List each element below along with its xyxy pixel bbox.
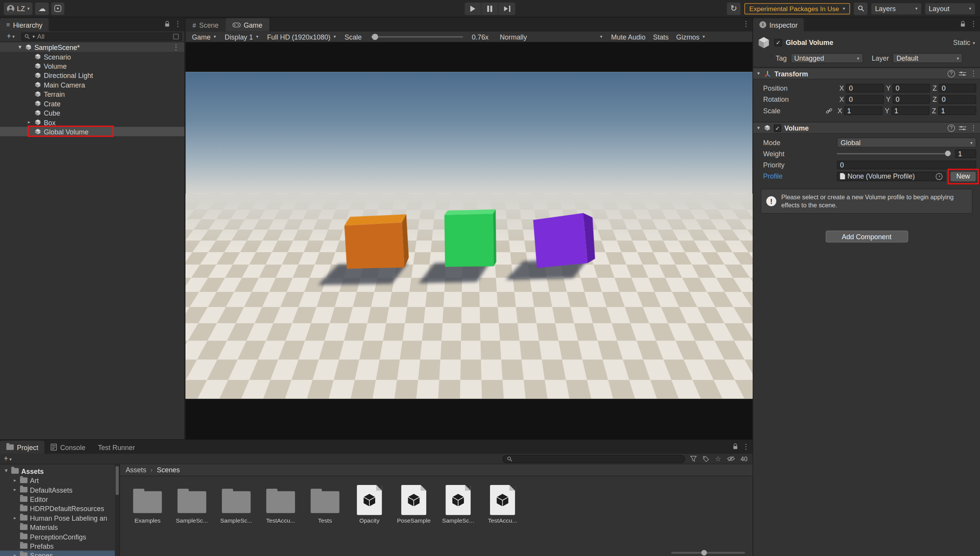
add-component-button[interactable]: Add Component — [825, 231, 908, 243]
scale-y-field[interactable]: 1 — [891, 106, 930, 115]
resolution-dropdown[interactable]: Full HD (1920x1080)▾ — [263, 31, 341, 42]
hierarchy-item-main-camera[interactable]: Main Camera — [0, 80, 184, 89]
hierarchy-item-terrain[interactable]: Terrain — [0, 89, 184, 99]
tab-hierarchy[interactable]: ≡ Hierarchy — [0, 18, 49, 31]
weight-field[interactable]: 1 — [955, 149, 976, 158]
hierarchy-item-box[interactable]: ▸Box — [0, 117, 184, 127]
tree-item-assets[interactable]: ▼ Assets — [0, 466, 115, 475]
chevron-right-icon[interactable]: ▸ — [26, 119, 32, 125]
chevron-right-icon[interactable]: ▸ — [13, 487, 18, 493]
tree-item-scenes[interactable]: ▸Scenes — [0, 551, 115, 556]
breadcrumb-current[interactable]: Scenes — [157, 466, 180, 474]
experimental-packages-button[interactable]: Experimental Packages In Use ▾ — [744, 3, 850, 14]
label-tag-icon[interactable] — [702, 455, 709, 462]
volume-enabled-checkbox[interactable]: ✓ — [774, 124, 781, 132]
kebab-menu-icon[interactable]: ⋮ — [743, 443, 750, 450]
play-button[interactable] — [465, 3, 482, 15]
mode-dropdown[interactable]: Global ▾ — [837, 137, 976, 147]
tree-item-prefabs[interactable]: Prefabs — [0, 541, 115, 551]
lock-icon[interactable] — [164, 21, 170, 28]
asset-folder-testaccu[interactable]: TestAccu... — [261, 483, 300, 524]
help-icon[interactable]: ? — [947, 70, 955, 77]
position-z-field[interactable]: 0 — [939, 84, 976, 93]
tab-game[interactable]: Game — [225, 18, 269, 31]
object-picker-icon[interactable] — [936, 173, 943, 180]
asset-folder-samplesc-2[interactable]: SampleSc... — [217, 483, 256, 524]
stats-toggle[interactable]: Stats — [649, 33, 672, 40]
breadcrumb-root[interactable]: Assets — [126, 466, 146, 474]
layout-dropdown[interactable]: Layout ▾ — [925, 3, 975, 14]
kebab-menu-icon[interactable]: ⋮ — [172, 44, 179, 51]
services-button[interactable] — [51, 2, 65, 15]
hierarchy-item-cube[interactable]: Cube — [0, 108, 184, 117]
weight-slider-knob[interactable] — [945, 151, 951, 156]
position-x-field[interactable]: 0 — [846, 84, 884, 93]
kebab-menu-icon[interactable]: ⋮ — [970, 70, 977, 77]
weight-slider[interactable] — [837, 153, 951, 154]
gameobject-name[interactable]: Global Volume — [786, 39, 949, 46]
scale-z-field[interactable]: 1 — [938, 106, 977, 115]
step-button[interactable] — [498, 3, 515, 15]
volume-component-header[interactable]: ▼ ✓ Volume ? ⋮ — [753, 122, 980, 134]
mute-audio-toggle[interactable]: Mute Audio — [608, 33, 649, 40]
new-profile-button[interactable]: New — [950, 171, 976, 182]
lock-icon[interactable] — [960, 21, 966, 28]
tab-project[interactable]: Project — [0, 440, 45, 453]
hierarchy-search-input[interactable]: ▾ All — [21, 32, 182, 40]
foldout-expanded-icon[interactable]: ▼ — [756, 71, 760, 76]
static-dropdown[interactable]: Static ▾ — [953, 39, 975, 46]
active-checkbox[interactable]: ✓ — [775, 39, 782, 46]
search-filter-icon[interactable] — [173, 33, 179, 39]
zoom-slider-knob[interactable] — [701, 550, 707, 556]
hierarchy-item-volume[interactable]: Volume — [0, 61, 184, 71]
position-y-field[interactable]: 0 — [892, 84, 930, 93]
tree-item-materials[interactable]: Materials — [0, 523, 115, 532]
kebab-menu-icon[interactable]: ⋮ — [970, 21, 977, 28]
kebab-menu-icon[interactable]: ⋮ — [743, 21, 750, 28]
profile-object-field[interactable]: None (Volume Profile) — [837, 172, 945, 181]
hierarchy-item-global-volume[interactable]: Global Volume — [0, 127, 184, 136]
foldout-expanded-icon[interactable]: ▼ — [756, 126, 760, 130]
hierarchy-item-crate[interactable]: Crate — [0, 99, 184, 108]
tree-scrollbar[interactable] — [115, 464, 119, 556]
scrollbar-thumb[interactable] — [116, 466, 119, 495]
chevron-right-icon[interactable]: ▸ — [13, 553, 18, 556]
tree-item-defaultassets[interactable]: ▸DefaultAssets — [0, 485, 115, 494]
chevron-right-icon[interactable]: ▸ — [13, 477, 18, 483]
scale-slider-knob[interactable] — [372, 33, 378, 40]
project-search-input[interactable] — [503, 455, 685, 463]
asset-scene-samplesc[interactable]: SampleSc... — [439, 483, 478, 524]
chevron-expanded-icon[interactable]: ▼ — [18, 45, 23, 50]
tab-inspector[interactable]: i Inspector — [753, 18, 804, 31]
rotation-y-field[interactable]: 0 — [892, 95, 930, 104]
search-button[interactable] — [854, 2, 867, 15]
priority-field[interactable]: 0 — [837, 161, 976, 169]
tree-item-art[interactable]: ▸Art — [0, 476, 115, 485]
rotation-x-field[interactable]: 0 — [846, 95, 884, 104]
play-mode-dropdown[interactable]: Normally▾ — [496, 31, 608, 42]
chevron-expanded-icon[interactable]: ▼ — [4, 468, 9, 474]
display-target-dropdown[interactable]: Game▾ — [188, 31, 221, 42]
scale-x-field[interactable]: 1 — [844, 106, 882, 115]
favorites-star-icon[interactable]: ☆ — [715, 455, 721, 463]
account-button[interactable]: LZ ▾ — [4, 2, 33, 15]
tree-item-perceptionconfigs[interactable]: PerceptionConfigs — [0, 532, 115, 541]
tab-test-runner[interactable]: Test Runner — [92, 440, 141, 453]
lock-icon[interactable] — [733, 443, 738, 450]
asset-folder-samplesc-1[interactable]: SampleSc... — [172, 483, 211, 524]
tag-dropdown[interactable]: Untagged ▾ — [791, 53, 863, 63]
presets-icon[interactable] — [959, 125, 967, 131]
tab-console[interactable]: Console — [45, 440, 92, 453]
asset-folder-tests[interactable]: Tests — [306, 483, 344, 524]
pause-button[interactable] — [482, 3, 498, 15]
create-asset-button[interactable]: +▾ — [4, 454, 12, 463]
hierarchy-item-directional-light[interactable]: Directional Light — [0, 71, 184, 80]
transform-component-header[interactable]: ▼ Transform ? ⋮ — [753, 68, 980, 79]
layer-dropdown[interactable]: Default ▾ — [893, 53, 963, 63]
kebab-menu-icon[interactable]: ⋮ — [174, 21, 181, 28]
asset-scene-opacity[interactable]: Opacity — [350, 483, 389, 524]
cloud-button[interactable]: ☁ — [35, 2, 49, 15]
tab-scene[interactable]: # Scene — [185, 19, 225, 31]
kebab-menu-icon[interactable]: ⋮ — [970, 124, 977, 131]
display-dropdown[interactable]: Display 1▾ — [221, 31, 263, 42]
